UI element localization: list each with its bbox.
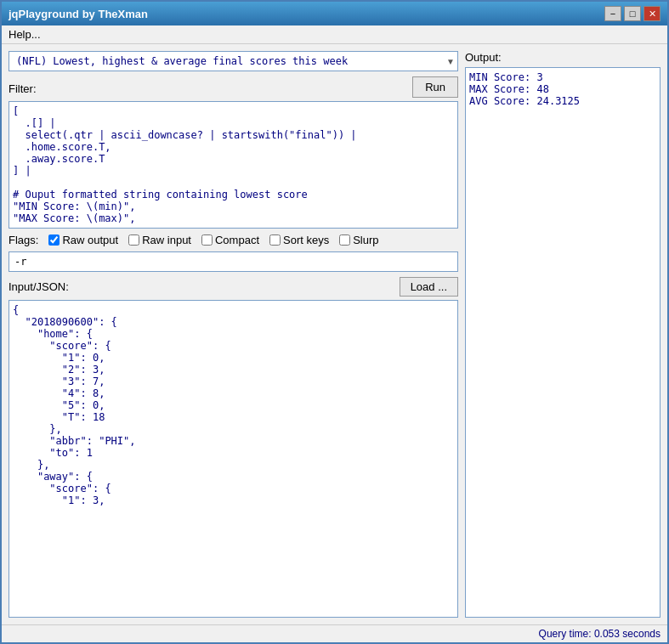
flag-sort-keys[interactable]: Sort keys	[269, 234, 329, 246]
raw-output-label: Raw output	[62, 234, 118, 246]
query-select[interactable]: (NFL) Lowest, highest & average final sc…	[9, 51, 458, 71]
filter-label: Filter:	[9, 79, 47, 95]
main-content: (NFL) Lowest, highest & average final sc…	[2, 44, 667, 624]
compact-checkbox[interactable]	[201, 234, 213, 246]
flag-raw-input[interactable]: Raw input	[128, 234, 191, 246]
query-dropdown-wrapper: (NFL) Lowest, highest & average final sc…	[9, 51, 458, 71]
args-field[interactable]	[9, 251, 458, 272]
flag-raw-output[interactable]: Raw output	[48, 234, 118, 246]
query-time-bar: Query time: 0.053 seconds	[2, 624, 667, 642]
compact-label: Compact	[215, 234, 259, 246]
flags-row: Flags: Raw output Raw input Compact Sort…	[9, 234, 458, 246]
main-window: jqPlayground by TheXman − □ ✕ Help... (N…	[0, 0, 669, 644]
load-button[interactable]: Load ...	[400, 277, 458, 297]
flag-slurp[interactable]: Slurp	[339, 234, 378, 246]
output-label: Output:	[465, 51, 660, 64]
flags-label: Flags:	[9, 234, 38, 246]
output-content: MIN Score: 3 MAX Score: 48 AVG Score: 24…	[469, 71, 656, 107]
window-title: jqPlayground by TheXman	[9, 8, 148, 20]
raw-input-checkbox[interactable]	[128, 234, 139, 246]
raw-output-checkbox[interactable]	[48, 234, 60, 246]
input-json-section: Input/JSON: Load ... { "2018090600": { "…	[9, 277, 458, 618]
input-json-header: Input/JSON: Load ...	[9, 277, 458, 297]
flag-compact[interactable]: Compact	[201, 234, 259, 246]
maximize-button[interactable]: □	[624, 6, 641, 21]
left-panel: (NFL) Lowest, highest & average final sc…	[9, 51, 458, 618]
json-editor[interactable]: { "2018090600": { "home": { "score": { "…	[9, 300, 458, 618]
raw-input-label: Raw input	[142, 234, 191, 246]
output-area: MIN Score: 3 MAX Score: 48 AVG Score: 24…	[465, 67, 660, 618]
slurp-label: Slurp	[353, 234, 378, 246]
query-time-label: Query time: 0.053 seconds	[539, 628, 660, 640]
filter-editor[interactable]: [ .[] | select(.qtr | ascii_downcase? | …	[9, 101, 458, 229]
sort-keys-label: Sort keys	[283, 234, 329, 246]
input-json-label: Input/JSON:	[9, 280, 69, 293]
filter-top-row: Filter: Run	[9, 76, 458, 98]
window-controls: − □ ✕	[604, 6, 660, 21]
title-bar: jqPlayground by TheXman − □ ✕	[2, 2, 667, 25]
right-panel: Output: MIN Score: 3 MAX Score: 48 AVG S…	[465, 51, 660, 618]
run-button[interactable]: Run	[412, 76, 458, 98]
minimize-button[interactable]: −	[604, 6, 621, 21]
sort-keys-checkbox[interactable]	[269, 234, 281, 246]
slurp-checkbox[interactable]	[339, 234, 350, 246]
help-menu[interactable]: Help...	[9, 28, 41, 41]
menu-bar: Help...	[2, 25, 667, 44]
filter-section: Filter: Run [ .[] | select(.qtr | ascii_…	[9, 76, 458, 229]
close-button[interactable]: ✕	[643, 6, 660, 21]
